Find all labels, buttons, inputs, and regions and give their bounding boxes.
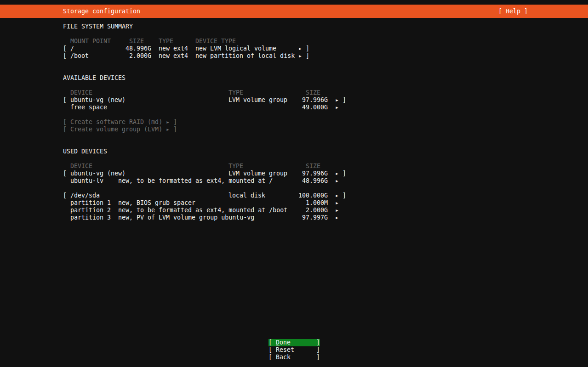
reset-button[interactable]: [ Reset ] bbox=[268, 346, 320, 354]
expand-arrow-icon: ▸ bbox=[166, 126, 170, 133]
bracket-open: [ bbox=[63, 45, 67, 52]
col-header-type: TYPE bbox=[228, 163, 243, 170]
col-header-type: TYPE bbox=[159, 38, 173, 45]
partition-description: new, PV of LVM volume group ubuntu-vg bbox=[118, 214, 254, 221]
size: 97.997G bbox=[302, 214, 328, 221]
bracket-close: ] bbox=[316, 339, 320, 346]
size: 97.996G bbox=[302, 96, 328, 104]
bracket-close: ] bbox=[173, 126, 177, 133]
done-button-label: Done bbox=[276, 339, 291, 346]
partition-name: partition 1 bbox=[70, 199, 111, 207]
fs-summary-header-row: MOUNT POINT SIZE TYPE DEVICE TYPE bbox=[63, 38, 78, 45]
device-type: new LVM logical volume bbox=[195, 45, 276, 52]
device-name: ubuntu-vg (new) bbox=[70, 96, 126, 104]
bracket-open: [ bbox=[268, 339, 272, 346]
bracket-close: ] bbox=[343, 96, 346, 104]
used-devices-heading: USED DEVICES bbox=[63, 148, 78, 155]
device-type: local disk bbox=[228, 192, 265, 199]
col-header-device: DEVICE bbox=[70, 163, 92, 170]
back-button[interactable]: [ Back ] bbox=[268, 354, 320, 361]
available-devices-heading: AVAILABLE DEVICES bbox=[63, 74, 78, 82]
fs-row-root[interactable]: [ / 48.996G new ext4 new LVM logical vol… bbox=[63, 45, 78, 52]
device-name: ubuntu-lv bbox=[70, 177, 103, 185]
bracket-close: ] bbox=[316, 346, 320, 354]
bracket-open: [ bbox=[63, 170, 67, 177]
help-button[interactable]: [ Help ] bbox=[498, 5, 528, 18]
bracket-open: [ bbox=[63, 192, 67, 199]
used-row-partition-1[interactable]: partition 1 new, BIOS grub spacer 1.000M… bbox=[63, 199, 78, 207]
expand-arrow-icon: ▸ bbox=[335, 170, 339, 177]
page-title: Storage configuration bbox=[63, 5, 140, 18]
size: 48.996G bbox=[302, 177, 328, 185]
partition-description: new, BIOS grub spacer bbox=[118, 199, 195, 207]
section-heading: FILE SYSTEM SUMMARY bbox=[63, 23, 133, 30]
create-software-raid-button[interactable]: [ Create software RAID (md) ▸ ] bbox=[63, 119, 78, 126]
expand-arrow-icon: ▸ bbox=[298, 52, 302, 60]
expand-arrow-icon: ▸ bbox=[335, 177, 339, 185]
used-row-partition-2[interactable]: partition 2 new, to be formatted as ext4… bbox=[63, 207, 78, 214]
bracket-close: ] bbox=[343, 170, 346, 177]
create-volume-group-button[interactable]: [ Create volume group (LVM) ▸ ] bbox=[63, 126, 78, 133]
device-name: /dev/sda bbox=[70, 192, 100, 199]
section-heading: USED DEVICES bbox=[63, 148, 107, 155]
available-row-ubuntu-vg[interactable]: [ ubuntu-vg (new) LVM volume group 97.99… bbox=[63, 96, 78, 104]
col-header-size: SIZE bbox=[306, 163, 320, 170]
bracket-close: ] bbox=[306, 45, 309, 52]
size: 48.996G bbox=[126, 45, 151, 52]
back-button-label: Back bbox=[276, 354, 291, 361]
fs-type: new ext4 bbox=[159, 52, 188, 60]
used-row-partition-3[interactable]: partition 3 new, PV of LVM volume group … bbox=[63, 214, 78, 221]
mount-point: /boot bbox=[70, 52, 89, 60]
device-name: free space bbox=[70, 104, 107, 111]
expand-arrow-icon: ▸ bbox=[166, 119, 170, 126]
size: 2.000G bbox=[306, 207, 328, 214]
expand-arrow-icon: ▸ bbox=[335, 199, 339, 207]
size: 100.000G bbox=[298, 192, 328, 199]
device-type: new partition of local disk bbox=[195, 52, 295, 60]
used-row-dev-sda[interactable]: [ /dev/sda local disk 100.000G ▸ ] bbox=[63, 192, 78, 199]
available-row-free-space[interactable]: free space 49.000G ▸ bbox=[63, 104, 78, 111]
partition-name: partition 3 bbox=[70, 214, 111, 221]
expand-arrow-icon: ▸ bbox=[335, 96, 339, 104]
titlebar: Storage configuration [ Help ] bbox=[0, 5, 588, 18]
expand-arrow-icon: ▸ bbox=[335, 214, 339, 221]
device-type: LVM volume group bbox=[228, 96, 287, 104]
bracket-close: ] bbox=[316, 354, 320, 361]
col-header-size: SIZE bbox=[306, 89, 320, 96]
bracket-open: [ bbox=[63, 52, 67, 60]
bracket-open: [ bbox=[63, 126, 67, 133]
bracket-open: [ bbox=[268, 346, 272, 354]
col-header-size: SIZE bbox=[129, 38, 144, 45]
bracket-open: [ bbox=[63, 119, 67, 126]
partition-description: new, to be formatted as ext4, mounted at… bbox=[118, 207, 287, 214]
fs-type: new ext4 bbox=[159, 45, 188, 52]
partition-name: partition 2 bbox=[70, 207, 111, 214]
size: 1.000M bbox=[306, 199, 328, 207]
done-button[interactable]: [ Done ] bbox=[268, 339, 320, 346]
size: 97.996G bbox=[302, 170, 328, 177]
expand-arrow-icon: ▸ bbox=[298, 45, 302, 52]
col-header-device: DEVICE bbox=[70, 89, 92, 96]
size: 49.000G bbox=[302, 104, 328, 111]
reset-button-label: Reset bbox=[276, 346, 294, 354]
action-label: Create volume group (LVM) bbox=[70, 126, 162, 133]
bracket-open: [ bbox=[63, 96, 67, 104]
bracket-open: [ bbox=[268, 354, 272, 361]
file-system-summary-heading: FILE SYSTEM SUMMARY bbox=[63, 23, 78, 30]
col-header-mount-point: MOUNT POINT bbox=[70, 38, 111, 45]
expand-arrow-icon: ▸ bbox=[335, 104, 339, 111]
col-header-type: TYPE bbox=[228, 89, 243, 96]
expand-arrow-icon: ▸ bbox=[335, 192, 339, 199]
fs-row-boot[interactable]: [ /boot 2.000G new ext4 new partition of… bbox=[63, 52, 78, 60]
available-devices-header-row: DEVICE TYPE SIZE bbox=[63, 89, 78, 96]
section-heading: AVAILABLE DEVICES bbox=[63, 74, 126, 82]
bracket-close: ] bbox=[306, 52, 309, 60]
used-row-ubuntu-lv[interactable]: ubuntu-lv new, to be formatted as ext4, … bbox=[63, 177, 78, 185]
action-label: Create software RAID (md) bbox=[70, 119, 162, 126]
used-row-ubuntu-vg[interactable]: [ ubuntu-vg (new) LVM volume group 97.99… bbox=[63, 170, 78, 177]
bracket-close: ] bbox=[343, 192, 346, 199]
mount-point: / bbox=[70, 45, 74, 52]
device-type: LVM volume group bbox=[228, 170, 287, 177]
col-header-device-type: DEVICE TYPE bbox=[195, 38, 236, 45]
device-name: ubuntu-vg (new) bbox=[70, 170, 126, 177]
